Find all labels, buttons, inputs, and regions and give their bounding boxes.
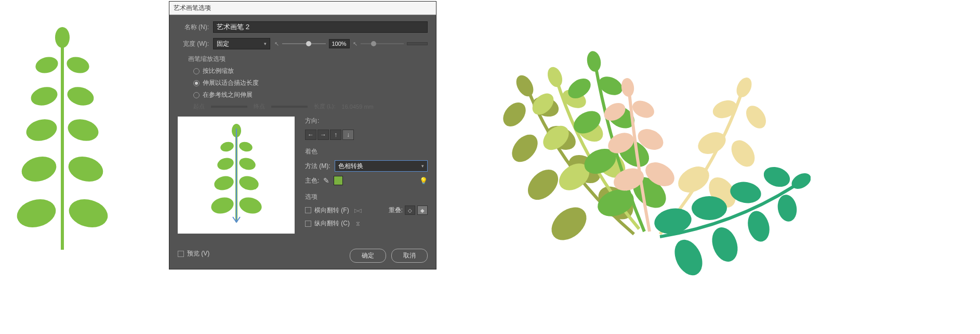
svg-point-32 [545, 65, 565, 89]
width-value-2 [407, 42, 428, 45]
radio-label: 伸展以适合描边长度 [203, 79, 259, 87]
direction-left-button[interactable]: ← [305, 130, 316, 140]
keycolor-swatch[interactable] [334, 176, 343, 185]
flip-v-icon: ⧖ [356, 220, 360, 227]
brush-preview [178, 117, 295, 234]
svg-point-20 [209, 195, 235, 215]
svg-point-63 [761, 163, 792, 190]
width-value-input[interactable]: 100% [329, 39, 350, 48]
svg-point-19 [237, 174, 260, 192]
svg-point-59 [726, 136, 759, 171]
flip-horizontal-checkbox[interactable] [305, 207, 311, 213]
radio-stretch-fit[interactable] [193, 80, 200, 86]
svg-point-66 [745, 209, 773, 244]
svg-point-7 [65, 116, 101, 144]
direction-down-button[interactable]: ↓ [342, 130, 354, 140]
left-plant-illustration [16, 26, 109, 250]
overlap-off-button[interactable]: ◇ [405, 205, 415, 215]
preview-checkbox[interactable] [178, 251, 184, 257]
svg-point-14 [219, 140, 235, 152]
colorize-method-select[interactable]: 色相转换 ▾ [335, 160, 428, 172]
chevron-down-icon: ▾ [264, 41, 267, 46]
radio-scale-proportional[interactable] [193, 68, 200, 74]
width-slider-2 [361, 43, 404, 44]
flip-v-label: 纵向翻转 (C) [314, 219, 350, 228]
svg-point-28 [522, 164, 564, 206]
svg-point-64 [776, 193, 799, 223]
svg-point-57 [742, 102, 770, 132]
method-label: 方法 (M): [305, 162, 330, 171]
svg-point-16 [216, 156, 235, 172]
svg-point-1 [55, 27, 70, 48]
svg-rect-0 [61, 36, 64, 250]
svg-point-6 [24, 116, 59, 144]
svg-point-3 [65, 55, 91, 75]
radio-label: 按比例缩放 [203, 67, 234, 75]
cancel-button[interactable]: 取消 [391, 249, 428, 263]
slider-left-icon: ↖ [274, 41, 279, 47]
right-bouquet-illustration [478, 26, 811, 286]
direction-label: 方向: [305, 117, 428, 125]
name-label: 名称 (N): [178, 23, 209, 32]
svg-point-39 [586, 50, 603, 73]
radio-stretch-guides[interactable] [193, 92, 200, 98]
svg-point-23 [513, 72, 537, 99]
eyedropper-icon[interactable]: ✎ [323, 176, 329, 185]
chevron-down-icon: ▾ [421, 163, 424, 169]
slider-right-icon: ↖ [353, 41, 357, 47]
svg-point-46 [594, 185, 638, 221]
svg-point-4 [29, 84, 59, 108]
radio-label: 在参考线之间伸展 [203, 91, 253, 99]
svg-point-2 [34, 55, 60, 75]
brush-name-input[interactable] [213, 21, 428, 33]
guide-range-disabled: 起点 终点 长度 (L): 16.0459 mm [193, 102, 428, 110]
width-mode-select[interactable]: 固定 ▾ [213, 38, 270, 49]
svg-point-26 [507, 130, 542, 167]
svg-point-55 [734, 75, 754, 99]
svg-point-8 [19, 153, 59, 185]
flip-vertical-checkbox[interactable] [305, 221, 311, 227]
flip-h-icon: ▷◁ [354, 208, 361, 213]
overlap-label: 重叠: [389, 206, 403, 215]
svg-point-17 [237, 156, 257, 172]
dialog-titlebar[interactable]: 艺术画笔选项 [169, 2, 436, 15]
direction-up-button[interactable]: ↑ [330, 130, 341, 140]
svg-point-18 [213, 174, 235, 192]
svg-point-10 [16, 195, 59, 232]
svg-point-21 [237, 195, 263, 215]
scale-section-title: 画笔缩放选项 [188, 55, 428, 63]
svg-point-48 [620, 78, 635, 98]
art-brush-options-dialog: 艺术画笔选项 名称 (N): 宽度 (W): 固定 ▾ ↖ 100% ↖ [169, 1, 436, 269]
direction-right-button[interactable]: → [317, 130, 329, 140]
colorize-label: 着色 [305, 147, 428, 156]
dialog-title: 艺术画笔选项 [174, 4, 211, 11]
svg-point-56 [710, 97, 739, 121]
keycolor-label: 主色: [305, 176, 319, 185]
options-label: 选项 [305, 192, 428, 201]
flip-h-label: 横向翻转 (F) [314, 206, 349, 215]
svg-point-15 [238, 140, 254, 152]
svg-point-30 [545, 201, 593, 247]
svg-point-24 [498, 98, 530, 131]
width-slider[interactable] [282, 43, 326, 44]
svg-point-5 [65, 84, 96, 108]
width-label: 宽度 (W): [178, 40, 209, 48]
svg-point-9 [65, 153, 106, 185]
svg-point-70 [669, 235, 708, 280]
svg-point-67 [692, 196, 727, 220]
tip-icon[interactable]: 💡 [419, 177, 428, 185]
ok-button[interactable]: 确定 [350, 249, 386, 263]
preview-label: 预览 (V) [187, 249, 209, 258]
svg-point-11 [66, 195, 109, 232]
overlap-on-button[interactable]: ◆ [417, 205, 428, 215]
svg-point-68 [708, 224, 742, 265]
